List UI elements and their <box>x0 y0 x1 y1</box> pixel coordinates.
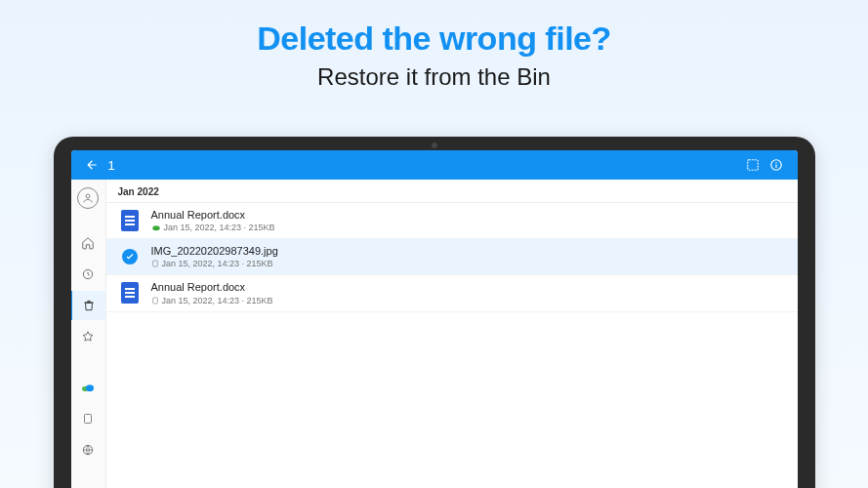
hero-title: Deleted the wrong file? <box>0 20 868 58</box>
file-list: Jan 2022 Annual Report.docx Jan 15, 2022… <box>106 180 798 488</box>
info-button[interactable] <box>765 158 788 172</box>
file-meta-text: Jan 15, 2022, 14:23 · 215KB <box>162 259 273 268</box>
selection-indicator <box>118 245 142 268</box>
svg-rect-0 <box>747 160 758 171</box>
tablet-frame: 1 <box>54 137 815 488</box>
nav-starred[interactable] <box>71 322 106 351</box>
select-all-button[interactable] <box>741 158 765 172</box>
svg-rect-12 <box>152 298 157 304</box>
svg-point-10 <box>152 226 160 231</box>
file-meta-text: Jan 15, 2022, 14:23 · 215KB <box>164 223 275 232</box>
file-name: Annual Report.docx <box>151 209 786 222</box>
person-icon <box>82 192 94 204</box>
tablet-icon <box>82 412 94 426</box>
svg-point-4 <box>86 194 90 198</box>
hero-subtitle: Restore it from the Bin <box>0 63 868 91</box>
arrow-left-icon <box>85 158 99 172</box>
nav-home[interactable] <box>71 228 106 258</box>
file-name: Annual Report.docx <box>151 281 786 294</box>
file-meta: Jan 15, 2022, 14:23 · 215KB <box>151 223 786 232</box>
nav-network[interactable] <box>71 435 106 465</box>
device-icon <box>151 296 159 305</box>
top-bar: 1 <box>71 150 798 180</box>
back-button[interactable] <box>81 158 103 172</box>
svg-point-7 <box>86 385 94 391</box>
svg-rect-8 <box>85 415 92 424</box>
clock-icon <box>81 267 95 281</box>
file-type-icon <box>118 209 142 232</box>
selection-count: 1 <box>108 158 741 173</box>
select-all-icon <box>746 158 760 172</box>
file-row[interactable]: Annual Report.docx Jan 15, 2022, 14:23 ·… <box>106 275 798 311</box>
cloud-icon <box>80 382 96 393</box>
file-type-icon <box>118 281 142 305</box>
svg-rect-3 <box>775 164 776 168</box>
app-screen: 1 <box>71 150 798 488</box>
trash-icon <box>82 299 96 312</box>
device-icon <box>151 259 159 268</box>
section-header: Jan 2022 <box>106 180 798 203</box>
file-row[interactable]: IMG_20220202987349.jpg Jan 15, 2022, 14:… <box>106 239 798 275</box>
nav-cloud[interactable] <box>71 373 106 402</box>
file-meta-text: Jan 15, 2022, 14:23 · 215KB <box>162 296 273 305</box>
check-icon <box>122 249 138 264</box>
sidebar <box>71 180 106 488</box>
star-icon <box>81 330 95 344</box>
svg-point-2 <box>775 162 776 163</box>
nav-device[interactable] <box>71 404 106 433</box>
home-icon <box>81 236 95 250</box>
file-meta: Jan 15, 2022, 14:23 · 215KB <box>151 296 786 305</box>
cloud-sync-icon <box>151 224 161 231</box>
globe-icon <box>81 443 95 457</box>
file-name: IMG_20220202987349.jpg <box>151 245 786 258</box>
nav-bin[interactable] <box>71 291 106 320</box>
info-icon <box>769 158 783 172</box>
account-avatar[interactable] <box>77 187 99 209</box>
file-row[interactable]: Annual Report.docx Jan 15, 2022, 14:23 ·… <box>106 203 798 239</box>
document-icon <box>121 282 139 304</box>
svg-rect-11 <box>152 261 157 266</box>
nav-recent[interactable] <box>71 260 106 289</box>
document-icon <box>121 210 139 231</box>
file-meta: Jan 15, 2022, 14:23 · 215KB <box>151 259 786 268</box>
